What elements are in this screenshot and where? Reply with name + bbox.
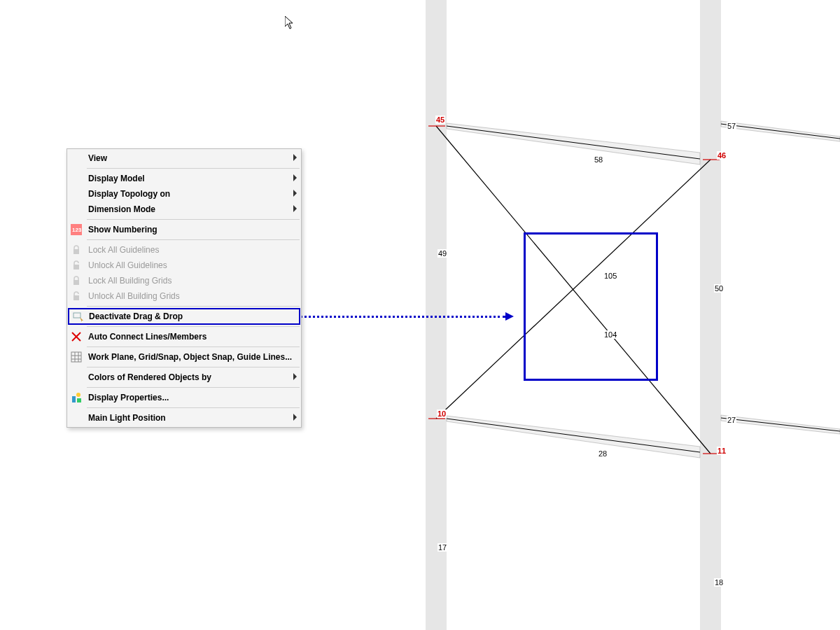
menu-colors-rendered-label: Colors of Rendered Objects by bbox=[88, 372, 211, 382]
context-menu: View Display Model Display Topology on D… bbox=[66, 148, 302, 428]
menu-display-properties[interactable]: Display Properties... bbox=[67, 390, 301, 405]
menu-display-topology-label: Display Topology on bbox=[88, 189, 170, 199]
svg-rect-9 bbox=[74, 295, 79, 300]
menu-lock-guidelines-label: Lock All Guidelines bbox=[88, 245, 159, 255]
unlock-icon bbox=[71, 260, 82, 271]
member-label-50: 50 bbox=[714, 284, 724, 293]
member-label-28: 28 bbox=[598, 449, 608, 458]
menu-unlock-grids: Unlock All Building Grids bbox=[67, 288, 301, 304]
menu-dimension-mode[interactable]: Dimension Mode bbox=[67, 202, 301, 217]
drag-icon bbox=[73, 311, 84, 322]
menu-unlock-grids-label: Unlock All Building Grids bbox=[88, 291, 180, 301]
svg-text:123: 123 bbox=[72, 227, 82, 233]
highlight-region bbox=[524, 232, 658, 381]
node-label-45: 45 bbox=[435, 115, 445, 124]
svg-rect-13 bbox=[71, 352, 81, 362]
menu-view-label: View bbox=[88, 153, 107, 163]
menu-colors-rendered[interactable]: Colors of Rendered Objects by bbox=[67, 370, 301, 385]
menu-auto-connect-label: Auto Connect Lines/Members bbox=[88, 332, 206, 342]
menu-dimension-mode-label: Dimension Mode bbox=[88, 204, 155, 214]
chevron-right-icon bbox=[293, 190, 297, 197]
lock-icon bbox=[71, 275, 82, 286]
svg-rect-20 bbox=[77, 398, 81, 402]
menu-unlock-guidelines: Unlock All Guidelines bbox=[67, 258, 301, 273]
menu-main-light[interactable]: Main Light Position bbox=[67, 410, 301, 426]
cursor-icon bbox=[285, 16, 295, 30]
menu-work-plane[interactable]: Work Plane, Grid/Snap, Object Snap, Guid… bbox=[67, 349, 301, 365]
member-57[interactable] bbox=[721, 124, 840, 139]
menu-deactivate-drag[interactable]: Deactivate Drag & Drop bbox=[68, 308, 300, 325]
chevron-right-icon bbox=[293, 414, 297, 421]
cross-icon bbox=[71, 331, 82, 342]
chevron-right-icon bbox=[293, 174, 297, 181]
menu-display-topology[interactable]: Display Topology on bbox=[67, 186, 301, 202]
member-label-17: 17 bbox=[438, 543, 447, 552]
beam-bottom-left[interactable] bbox=[447, 416, 700, 458]
menu-main-light-label: Main Light Position bbox=[88, 413, 166, 423]
svg-rect-8 bbox=[74, 280, 79, 285]
menu-deactivate-drag-label: Deactivate Drag & Drop bbox=[89, 312, 183, 321]
svg-point-19 bbox=[76, 393, 80, 397]
menu-show-numbering[interactable]: 123 Show Numbering bbox=[67, 222, 301, 237]
menu-view[interactable]: View bbox=[67, 150, 301, 166]
menu-work-plane-label: Work Plane, Grid/Snap, Object Snap, Guid… bbox=[88, 352, 292, 362]
member-label-18: 18 bbox=[714, 578, 724, 587]
node-label-11: 11 bbox=[717, 447, 727, 455]
properties-icon bbox=[71, 392, 82, 403]
menu-lock-grids: Lock All Building Grids bbox=[67, 273, 301, 288]
svg-rect-10 bbox=[74, 313, 80, 318]
numbering-icon: 123 bbox=[71, 224, 82, 235]
unlock-icon bbox=[71, 290, 82, 302]
member-27[interactable] bbox=[721, 418, 840, 431]
svg-rect-7 bbox=[74, 265, 79, 270]
member-28[interactable] bbox=[447, 419, 700, 452]
grid-icon bbox=[71, 351, 82, 363]
menu-lock-grids-label: Lock All Building Grids bbox=[88, 276, 172, 286]
menu-auto-connect[interactable]: Auto Connect Lines/Members bbox=[67, 329, 301, 344]
node-label-46: 46 bbox=[717, 151, 727, 160]
menu-display-model[interactable]: Display Model bbox=[67, 171, 301, 186]
menu-show-numbering-label: Show Numbering bbox=[88, 225, 158, 234]
member-label-27: 27 bbox=[727, 416, 736, 424]
chevron-right-icon bbox=[293, 154, 297, 161]
beam-top-left[interactable] bbox=[447, 123, 700, 164]
menu-lock-guidelines: Lock All Guidelines bbox=[67, 242, 301, 258]
menu-display-properties-label: Display Properties... bbox=[88, 393, 169, 402]
member-label-49: 49 bbox=[438, 249, 447, 258]
svg-rect-6 bbox=[74, 249, 79, 254]
callout-arrow-head bbox=[505, 312, 514, 321]
member-58[interactable] bbox=[447, 126, 700, 159]
svg-rect-18 bbox=[72, 396, 76, 402]
member-label-58: 58 bbox=[594, 155, 603, 164]
member-label-57: 57 bbox=[727, 122, 736, 130]
column-right[interactable] bbox=[700, 0, 721, 630]
column-left[interactable] bbox=[426, 0, 447, 630]
chevron-right-icon bbox=[293, 373, 297, 380]
lock-icon bbox=[71, 244, 82, 255]
menu-display-model-label: Display Model bbox=[88, 174, 145, 183]
menu-unlock-guidelines-label: Unlock All Guidelines bbox=[88, 260, 167, 270]
node-label-10: 10 bbox=[437, 410, 447, 418]
chevron-right-icon bbox=[293, 205, 297, 212]
